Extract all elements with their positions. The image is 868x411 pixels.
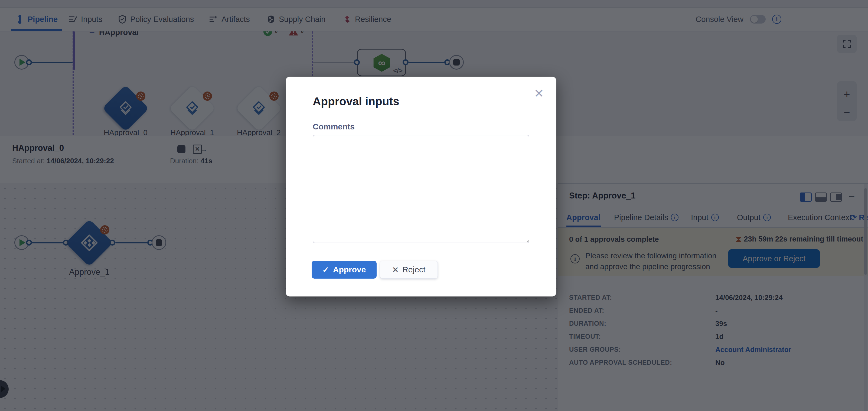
check-icon: ✓ [322, 265, 329, 275]
approve-button-label: Approve [333, 265, 366, 274]
modal-title: Approval inputs [313, 95, 399, 108]
reject-button[interactable]: ✕Reject [380, 261, 438, 279]
approval-inputs-modal: ✕ Approval inputs Comments ✓Approve ✕Rej… [286, 76, 556, 296]
reject-button-label: Reject [402, 265, 425, 274]
comments-label: Comments [313, 122, 355, 131]
x-icon: ✕ [392, 265, 399, 274]
close-icon[interactable]: ✕ [534, 88, 544, 99]
approve-button[interactable]: ✓Approve [312, 261, 377, 279]
comments-textarea[interactable] [313, 135, 529, 243]
